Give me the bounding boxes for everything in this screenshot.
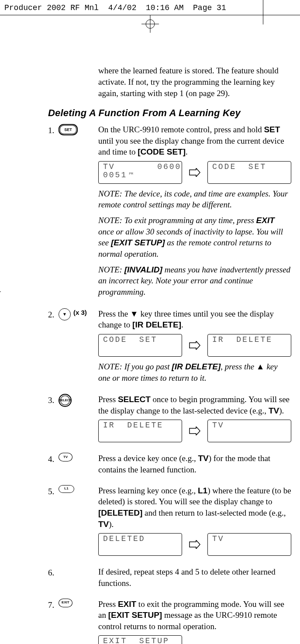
lcd-display: TV — [207, 420, 291, 442]
step-number: 5. — [48, 485, 56, 497]
step-number: 2. — [48, 308, 56, 320]
tv-button-icon: TV — [59, 453, 72, 461]
select-button-icon: SELECT — [59, 394, 72, 407]
lcd-display: IR DELETE — [207, 334, 291, 357]
lcd-display: TV 06000051PM — [98, 161, 182, 184]
step-text: Press SELECT once to begin programming. … — [98, 394, 291, 416]
registration-mark-side — [0, 283, 1, 303]
step-text: If desired, repeat steps 4 and 5 to dele… — [98, 566, 285, 589]
step-text: Press EXIT to exit the programming mode.… — [98, 599, 285, 632]
registration-mark-top — [0, 15, 300, 34]
crop-mark — [263, 0, 263, 24]
section-heading: Deleting A Function From A Learning Key — [48, 107, 285, 120]
set-button-icon: SET — [59, 124, 78, 135]
step-number: 7. — [48, 599, 56, 611]
l1-button-icon: L1 — [59, 485, 74, 493]
lcd-display: EXIT SETUP — [98, 635, 182, 644]
arrow-icon — [189, 540, 200, 549]
lcd-display: DELETED — [98, 533, 182, 556]
lcd-display: CODE SET — [207, 161, 291, 184]
step-text: On the URC-9910 remote control, press an… — [98, 124, 291, 158]
intro-paragraph: where the learned feature is stored. The… — [98, 65, 285, 99]
note-text: NOTE: To exit programming at any time, p… — [98, 215, 291, 260]
lcd-display: TV — [207, 533, 291, 556]
step-number: 6. — [48, 566, 56, 579]
step-number: 1. — [48, 124, 56, 136]
repeat-count: (x 3) — [73, 308, 87, 317]
lcd-display: CODE SET — [98, 334, 182, 357]
note-text: NOTE: [INVALID] means you have inadverte… — [98, 264, 291, 298]
note-text: NOTE: If you go past [IR DELETE], press … — [98, 361, 291, 383]
step-number: 4. — [48, 453, 56, 465]
exit-button-icon: EXIT — [59, 599, 72, 607]
arrow-icon — [189, 341, 200, 350]
lcd-display: IR DELETE — [98, 420, 182, 442]
arrow-icon — [189, 168, 200, 177]
print-slug: Producer 2002 RF Mnl 4/4/02 10:16 AM Pag… — [0, 0, 300, 15]
arrow-icon — [189, 427, 200, 435]
step-text: Press the ▼ key three times until you se… — [98, 308, 291, 331]
step-number: 3. — [48, 394, 56, 406]
step-text: Press a device key once (e.g., TV) for t… — [98, 453, 285, 475]
down-arrow-button-icon — [59, 308, 71, 320]
step-text: Press learning key once (e.g., L1) where… — [98, 485, 291, 530]
note-text: NOTE: The device, its code, and time are… — [98, 188, 291, 210]
